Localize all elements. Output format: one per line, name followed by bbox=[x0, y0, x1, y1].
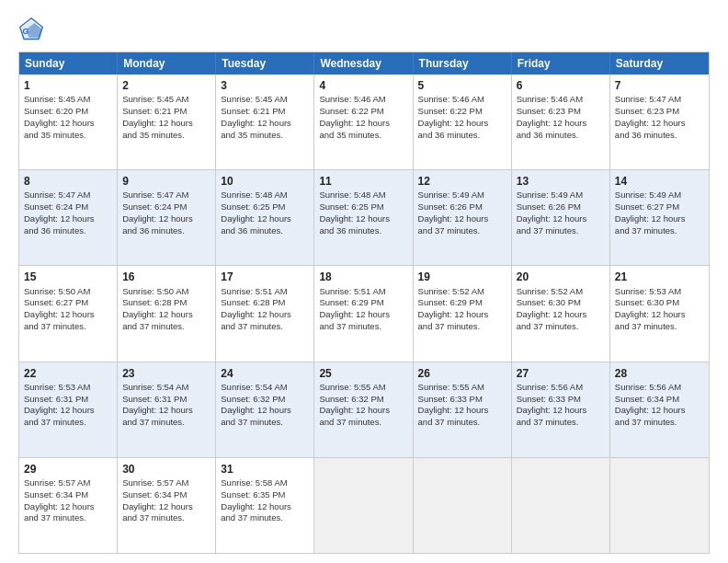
day-info: Daylight: 12 hours bbox=[122, 501, 210, 513]
day-info: Daylight: 12 hours bbox=[418, 405, 506, 417]
cal-cell: 8Sunrise: 5:47 AMSunset: 6:24 PMDaylight… bbox=[19, 170, 118, 265]
cal-header-sunday: Sunday bbox=[19, 52, 118, 75]
day-info: Daylight: 12 hours bbox=[221, 118, 309, 130]
day-info: Sunset: 6:34 PM bbox=[24, 489, 112, 501]
day-info: Sunset: 6:33 PM bbox=[418, 394, 506, 406]
day-info: Daylight: 12 hours bbox=[221, 405, 309, 417]
cal-cell: 20Sunrise: 5:52 AMSunset: 6:30 PMDayligh… bbox=[512, 266, 610, 361]
day-number: 3 bbox=[221, 78, 309, 93]
day-info: and 37 minutes. bbox=[615, 321, 704, 333]
day-info: and 35 minutes. bbox=[221, 130, 309, 142]
day-number: 17 bbox=[221, 270, 309, 284]
day-info: and 37 minutes. bbox=[122, 417, 210, 429]
day-info: Daylight: 12 hours bbox=[615, 213, 704, 225]
day-info: Sunrise: 5:56 AM bbox=[517, 382, 605, 394]
cal-cell: 28Sunrise: 5:56 AMSunset: 6:34 PMDayligh… bbox=[610, 362, 709, 457]
cal-cell: 12Sunrise: 5:49 AMSunset: 6:26 PMDayligh… bbox=[414, 170, 512, 265]
day-info: Sunset: 6:31 PM bbox=[122, 394, 210, 406]
day-info: Sunset: 6:33 PM bbox=[517, 394, 605, 406]
day-number: 28 bbox=[615, 366, 704, 381]
day-info: and 37 minutes. bbox=[517, 321, 605, 333]
day-info: Sunrise: 5:46 AM bbox=[418, 94, 506, 106]
day-number: 31 bbox=[221, 462, 309, 477]
day-info: Sunrise: 5:57 AM bbox=[24, 477, 112, 489]
day-info: and 37 minutes. bbox=[418, 417, 506, 429]
day-info: Sunrise: 5:47 AM bbox=[122, 190, 210, 201]
day-number: 15 bbox=[24, 270, 112, 284]
cal-week-5: 29Sunrise: 5:57 AMSunset: 6:34 PMDayligh… bbox=[19, 457, 709, 553]
day-info: Sunset: 6:35 PM bbox=[221, 489, 309, 501]
day-info: Sunrise: 5:53 AM bbox=[24, 382, 112, 394]
day-info: Sunrise: 5:53 AM bbox=[615, 286, 704, 298]
day-number: 5 bbox=[418, 78, 506, 93]
day-info: Sunrise: 5:49 AM bbox=[615, 190, 704, 201]
cal-cell: 4Sunrise: 5:46 AMSunset: 6:22 PMDaylight… bbox=[314, 75, 413, 169]
cal-cell: 9Sunrise: 5:47 AMSunset: 6:24 PMDaylight… bbox=[118, 170, 216, 265]
day-number: 22 bbox=[24, 366, 112, 381]
day-info: Sunset: 6:24 PM bbox=[122, 201, 210, 213]
day-number: 20 bbox=[517, 270, 605, 284]
cal-week-2: 8Sunrise: 5:47 AMSunset: 6:24 PMDaylight… bbox=[19, 169, 709, 265]
day-info: Sunrise: 5:58 AM bbox=[221, 477, 309, 489]
day-info: Sunrise: 5:50 AM bbox=[24, 286, 112, 298]
day-info: Daylight: 12 hours bbox=[24, 501, 112, 513]
cal-cell: 14Sunrise: 5:49 AMSunset: 6:27 PMDayligh… bbox=[610, 170, 709, 265]
day-info: Sunrise: 5:49 AM bbox=[517, 190, 605, 201]
day-info: Daylight: 12 hours bbox=[122, 118, 210, 130]
day-number: 25 bbox=[319, 366, 407, 381]
day-number: 1 bbox=[24, 78, 112, 93]
day-info: Daylight: 12 hours bbox=[615, 405, 704, 417]
day-number: 12 bbox=[418, 174, 506, 189]
day-info: Sunset: 6:34 PM bbox=[122, 489, 210, 501]
day-number: 21 bbox=[615, 270, 704, 284]
cal-cell: 5Sunrise: 5:46 AMSunset: 6:22 PMDaylight… bbox=[414, 75, 512, 169]
day-number: 8 bbox=[24, 174, 112, 189]
day-info: Sunrise: 5:56 AM bbox=[615, 382, 704, 394]
day-info: Sunset: 6:27 PM bbox=[615, 201, 704, 213]
day-info: Sunrise: 5:54 AM bbox=[122, 382, 210, 394]
day-info: Sunrise: 5:52 AM bbox=[418, 286, 506, 298]
cal-cell: 18Sunrise: 5:51 AMSunset: 6:29 PMDayligh… bbox=[314, 266, 413, 361]
day-info: and 37 minutes. bbox=[418, 225, 506, 237]
day-number: 19 bbox=[418, 270, 506, 284]
cal-cell: 1Sunrise: 5:45 AMSunset: 6:20 PMDaylight… bbox=[19, 75, 118, 169]
day-info: Sunrise: 5:45 AM bbox=[122, 94, 210, 106]
day-info: Sunset: 6:28 PM bbox=[221, 297, 309, 309]
day-info: Sunrise: 5:51 AM bbox=[221, 286, 309, 298]
day-info: and 37 minutes. bbox=[517, 225, 605, 237]
day-info: and 37 minutes. bbox=[319, 417, 407, 429]
cal-cell: 27Sunrise: 5:56 AMSunset: 6:33 PMDayligh… bbox=[512, 362, 610, 457]
day-info: and 36 minutes. bbox=[517, 130, 605, 142]
day-info: Sunrise: 5:46 AM bbox=[517, 94, 605, 106]
day-number: 14 bbox=[615, 174, 704, 189]
day-info: Sunset: 6:26 PM bbox=[418, 201, 506, 213]
day-info: Daylight: 12 hours bbox=[221, 501, 309, 513]
day-info: Sunset: 6:32 PM bbox=[319, 394, 407, 406]
cal-cell: 3Sunrise: 5:45 AMSunset: 6:21 PMDaylight… bbox=[216, 75, 314, 169]
day-number: 6 bbox=[517, 78, 605, 93]
day-info: Sunset: 6:29 PM bbox=[319, 297, 407, 309]
day-number: 24 bbox=[221, 366, 309, 381]
day-number: 16 bbox=[122, 270, 210, 284]
day-number: 7 bbox=[615, 78, 704, 93]
day-info: Sunrise: 5:50 AM bbox=[122, 286, 210, 298]
day-number: 26 bbox=[418, 366, 506, 381]
cal-cell: 31Sunrise: 5:58 AMSunset: 6:35 PMDayligh… bbox=[216, 458, 314, 553]
day-info: Sunset: 6:26 PM bbox=[517, 201, 605, 213]
cal-cell: 15Sunrise: 5:50 AMSunset: 6:27 PMDayligh… bbox=[19, 266, 118, 361]
cal-cell: 19Sunrise: 5:52 AMSunset: 6:29 PMDayligh… bbox=[414, 266, 512, 361]
cal-cell: 26Sunrise: 5:55 AMSunset: 6:33 PMDayligh… bbox=[414, 362, 512, 457]
cal-cell: 16Sunrise: 5:50 AMSunset: 6:28 PMDayligh… bbox=[118, 266, 216, 361]
day-info: Daylight: 12 hours bbox=[319, 213, 407, 225]
day-number: 2 bbox=[122, 78, 210, 93]
day-info: Sunrise: 5:47 AM bbox=[24, 190, 112, 201]
day-info: Sunrise: 5:47 AM bbox=[615, 94, 704, 106]
header: G bbox=[18, 17, 710, 42]
cal-week-3: 15Sunrise: 5:50 AMSunset: 6:27 PMDayligh… bbox=[19, 265, 709, 361]
day-info: Sunrise: 5:45 AM bbox=[221, 94, 309, 106]
day-info: and 36 minutes. bbox=[418, 130, 506, 142]
day-info: Sunrise: 5:48 AM bbox=[319, 190, 407, 201]
day-info: Daylight: 12 hours bbox=[24, 405, 112, 417]
cal-cell: 11Sunrise: 5:48 AMSunset: 6:25 PMDayligh… bbox=[314, 170, 413, 265]
day-info: and 35 minutes. bbox=[319, 130, 407, 142]
